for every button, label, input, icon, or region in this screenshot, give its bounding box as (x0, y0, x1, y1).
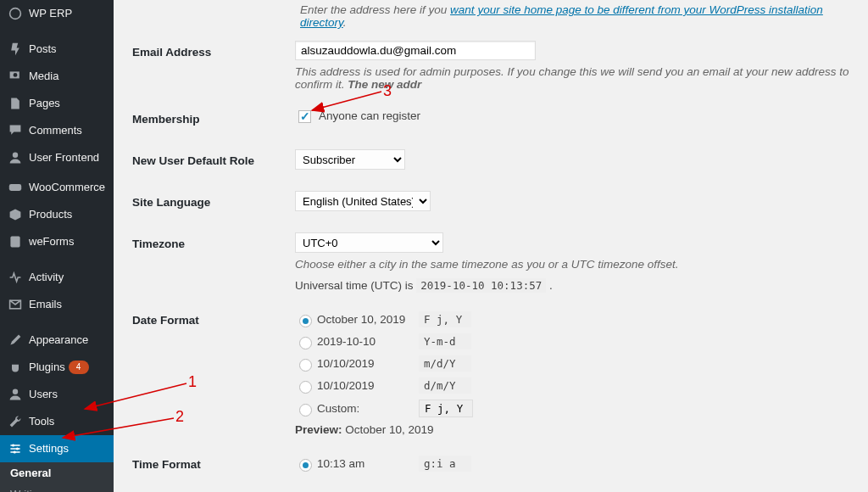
anno-1: 1 (188, 373, 197, 391)
utc-time-row: Universal time (UTC) is 2019-10-10 10:13… (295, 279, 858, 292)
sidebar-item-label: WooCommerce (29, 180, 105, 195)
sidebar-item-label: Media (29, 69, 58, 84)
time-format-label: Time Format (132, 443, 293, 483)
sliders-icon (7, 440, 24, 457)
activity-icon (7, 269, 24, 286)
date-format-preview: Preview: October 10, 2019 (295, 423, 858, 436)
email-desc: This address is used for admin purposes.… (295, 65, 858, 91)
date-format-code-1: Y-m-d (419, 333, 471, 349)
plug-icon (7, 359, 24, 376)
user-icon (7, 149, 24, 166)
sidebar-item-userfrontend[interactable]: User Frontend (0, 144, 114, 171)
date-format-label: Date Format (132, 299, 293, 441)
date-format-radio-3[interactable] (299, 381, 312, 394)
email-input[interactable] (295, 41, 536, 60)
sidebar-sub-general[interactable]: General (0, 462, 114, 484)
users-icon (7, 386, 24, 403)
comment-icon (7, 122, 24, 139)
time-format-radio-0[interactable] (299, 459, 312, 472)
sidebar-item-posts[interactable]: Posts (0, 36, 114, 63)
sidebar-item-emails[interactable]: Emails (0, 291, 114, 318)
svg-point-7 (13, 389, 18, 394)
date-format-radio-custom[interactable] (299, 404, 312, 417)
membership-label: Membership (132, 98, 293, 137)
anyone-register-checkbox[interactable] (298, 110, 311, 123)
woo-icon (7, 179, 24, 196)
date-format-radio-2[interactable] (299, 359, 312, 372)
lang-label: Site Language (132, 181, 293, 221)
date-format-code-2: m/d/Y (419, 355, 471, 372)
svg-rect-5 (10, 237, 19, 248)
svg-point-0 (10, 8, 21, 20)
plugins-badge: 4 (69, 361, 89, 374)
pin-icon (7, 41, 24, 58)
sidebar-item-users[interactable]: Users (0, 381, 114, 408)
svg-point-3 (13, 153, 18, 158)
wp-address-hint: Enter the address here if you want your … (300, 0, 868, 29)
sidebar-item-media[interactable]: Media (0, 63, 114, 90)
date-format-option-custom[interactable]: Custom: (295, 400, 858, 417)
sidebar-sub-writing[interactable]: Writing (0, 484, 114, 492)
sidebar-item-tools[interactable]: Tools (0, 408, 114, 435)
sidebar-item-label: Settings (29, 441, 69, 456)
svg-point-10 (14, 450, 16, 453)
settings-content: Enter the address here if you want your … (114, 0, 868, 492)
sidebar-item-comments[interactable]: Comments (0, 117, 114, 144)
sidebar-item-settings[interactable]: Settings (0, 435, 114, 462)
sidebar-item-label: WP ERP (29, 6, 72, 21)
date-format-code-3: d/m/Y (419, 377, 471, 394)
media-icon (7, 68, 24, 85)
time-format-option-0[interactable]: 10:13 amg:i a (295, 456, 858, 472)
svg-point-9 (16, 447, 19, 450)
sidebar-item-label: weForms (29, 234, 74, 249)
sidebar-item-label: Plugins (29, 360, 65, 375)
date-format-option-1[interactable]: 2019-10-10Y-m-d (295, 333, 858, 349)
site-language-select[interactable]: English (United States) (295, 191, 431, 211)
tz-label: Timezone (132, 222, 293, 297)
sidebar-item-label: Users (29, 387, 58, 402)
date-format-radio-0[interactable] (299, 315, 312, 327)
brush-icon (7, 332, 24, 349)
date-format-custom-input[interactable] (419, 400, 473, 417)
wrench-icon (7, 413, 24, 430)
date-format-option-0[interactable]: October 10, 2019F j, Y (295, 311, 858, 327)
date-format-option-2[interactable]: 10/10/2019m/d/Y (295, 355, 858, 372)
form-icon (7, 233, 24, 250)
sidebar-item-products[interactable]: Products (0, 201, 114, 228)
sidebar-item-plugins[interactable]: Plugins4 (0, 354, 114, 381)
mail-icon (7, 296, 24, 313)
admin-sidebar: WP ERP Posts Media Pages Comments User F… (0, 0, 114, 492)
tz-desc: Choose either a city in the same timezon… (295, 258, 858, 271)
sidebar-item-label: Pages (29, 96, 60, 111)
svg-point-2 (14, 73, 18, 77)
box-icon (7, 206, 24, 223)
sidebar-submenu: General Writing Reading (0, 462, 114, 492)
sidebar-item-label: Posts (29, 42, 57, 57)
membership-option[interactable]: Anyone can register (295, 109, 420, 122)
membership-option-text: Anyone can register (319, 109, 420, 122)
erp-icon (7, 5, 24, 22)
sidebar-item-label: Appearance (29, 333, 88, 348)
sidebar-item-label: Products (29, 207, 72, 222)
sidebar-item-label: Activity (29, 270, 64, 285)
date-format-radio-1[interactable] (299, 337, 312, 349)
settings-form: Email Address This address is used for a… (131, 29, 868, 484)
date-format-code-0: F j, Y (419, 311, 471, 327)
sidebar-item-activity[interactable]: Activity (0, 264, 114, 291)
page-icon (7, 95, 24, 112)
sidebar-item-weforms[interactable]: weForms (0, 228, 114, 255)
anno-2: 2 (175, 408, 184, 426)
sidebar-item-pages[interactable]: Pages (0, 90, 114, 117)
svg-rect-4 (9, 184, 21, 191)
date-format-option-3[interactable]: 10/10/2019d/m/Y (295, 377, 858, 394)
sidebar-item-woocommerce[interactable]: WooCommerce (0, 174, 114, 201)
anno-3: 3 (383, 82, 392, 100)
default-role-select[interactable]: Subscriber (295, 149, 405, 170)
time-format-code-0: g:i a (419, 456, 471, 472)
sidebar-item-label: User Frontend (29, 150, 99, 165)
sidebar-item-label: Tools (29, 414, 54, 429)
sidebar-item-appearance[interactable]: Appearance (0, 327, 114, 354)
timezone-select[interactable]: UTC+0 (295, 232, 443, 253)
utc-timestamp: 2019-10-10 10:13:57 (416, 278, 546, 293)
sidebar-item-wp-erp[interactable]: WP ERP (0, 0, 114, 27)
